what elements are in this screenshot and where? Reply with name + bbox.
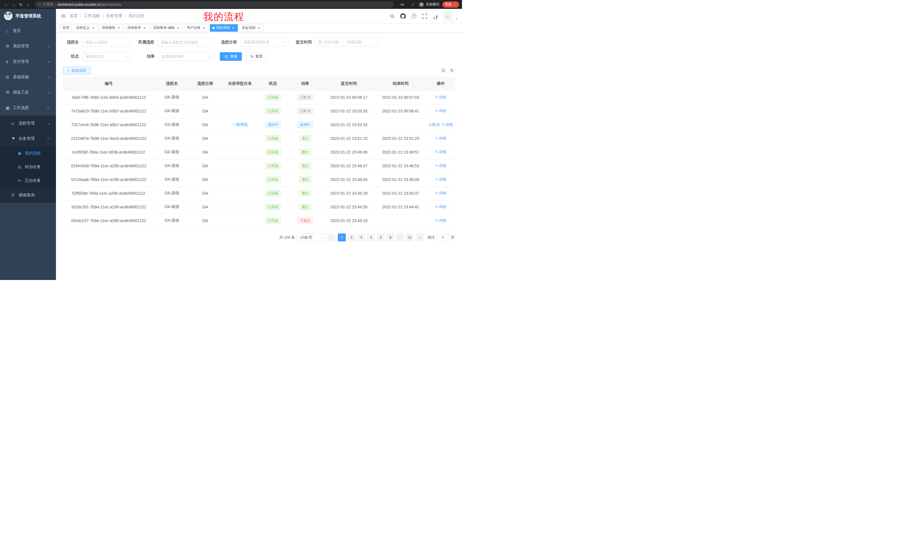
list-icon: ≡ [11,121,18,126]
sidebar-item-system[interactable]: ⚙系统管理 [0,39,56,54]
detail-link[interactable]: ✎详情 [435,191,446,195]
detail-link[interactable]: ✎详情 [435,177,446,181]
page-size-select[interactable]: 10条/页 [297,234,325,241]
tab-process-definition[interactable]: 流程定义× [74,24,98,32]
pagination-page-1[interactable]: 1 [338,234,346,241]
process-def-input-wrap [158,38,214,46]
reload-icon[interactable]: ↻ [18,2,24,7]
breadcrumb-item[interactable]: 任务管理 [106,13,122,18]
close-icon[interactable]: × [231,26,235,30]
refresh-list-icon[interactable]: ↻ [450,68,454,73]
sidebar-item-task-management[interactable]: ⚑任务管理 [0,131,56,147]
toggle-search-icon[interactable] [441,68,446,73]
detail-link[interactable]: ✎详情 [435,219,446,223]
tab-user-group[interactable]: 用户分组× [184,24,208,32]
cell-id: 7470a810-7b9b-11ec-b5b7-acde48001122 [63,104,155,118]
browser-home-icon[interactable]: ⌂ [25,2,32,7]
cell-actions: ✎详情 [426,200,455,214]
pagination-next[interactable]: › [416,234,424,241]
cell-category: OA [189,173,221,186]
kebab-menu-icon[interactable]: ⋮ [453,3,457,7]
star-icon[interactable]: ☆ [410,2,416,7]
detail-link[interactable]: ✎详情 [442,123,453,127]
sidebar-item-leave-query[interactable]: ⚲请假查询 [0,187,56,203]
tab-start-process[interactable]: 发起流程× [239,24,264,32]
category-select[interactable]: 请选择流程分类 [240,38,288,46]
key-icon[interactable] [398,0,407,9]
cell-status: 已完成 [258,173,287,186]
pagination-prev[interactable]: ‹ [327,234,336,241]
sidebar-item-todo-tasks[interactable]: ◎待办任务 [0,160,56,174]
fullscreen-icon[interactable] [421,12,429,20]
github-icon[interactable] [399,12,408,20]
sidebar-item-home[interactable]: ⌂首页 [0,23,56,39]
tab-home[interactable]: 首页 [60,24,72,32]
search-button[interactable]: 搜索 [220,52,242,61]
pagination-page-11[interactable]: 11 [406,234,414,241]
caret-down-icon[interactable]: ▾ [456,17,458,21]
breadcrumb-item[interactable]: 工作流程 [84,13,100,18]
table-row: ec45f38f-7b9a-11ec-b03b-acde48001122OA 请… [63,145,455,159]
tab-process-form[interactable]: 流程表单× [125,24,149,32]
process-name-label: 流程名 [63,40,79,45]
avatar[interactable] [442,11,453,21]
column-header: 状态 [258,77,287,90]
cancel-link[interactable]: ⊘取消 [429,123,440,127]
current-task-link[interactable]: 一级审批 [232,122,248,127]
close-icon[interactable]: × [176,26,180,30]
goto-page-input[interactable] [436,234,449,241]
submit-time-range[interactable]: 开始日期 - 结束日期 [315,38,379,46]
pagination-page-3[interactable]: 3 [357,234,365,241]
result-select[interactable]: 请选择流结果 [158,52,213,61]
sidebar-item-my-process[interactable]: ◉我的流程 [0,147,56,160]
cell-end-time: 2022-01-22 23:46:53 [375,159,426,173]
start-process-button[interactable]: + 发起流程 [63,66,91,75]
update-button[interactable]: 更新 ⋮ [442,1,459,8]
incognito-badge[interactable]: 无痕模式 [419,2,440,7]
incognito-label: 无痕模式 [426,2,440,7]
font-size-icon[interactable]: TT [432,12,440,20]
result-badge: 通过 [299,135,312,142]
detail-link[interactable]: ✎详情 [435,150,446,154]
help-icon[interactable]: ? [410,12,418,20]
sidebar-item-done-tasks[interactable]: ✂已办任务 [0,174,56,187]
pagination-page-2[interactable]: 2 [348,234,356,241]
hamburger-icon[interactable] [60,13,66,18]
table-row: 2152467e-7b9b-11ec-9a1b-acde48001122OA 请… [63,132,455,145]
detail-link[interactable]: ✎详情 [435,109,446,113]
pagination-page-4[interactable]: 4 [367,234,375,241]
sidebar-item-process-management[interactable]: ≡流程管理 [0,115,56,131]
close-icon[interactable]: × [257,26,261,30]
sidebar-item-devtools[interactable]: ⚒研发工具 [0,85,56,100]
pagination-more[interactable]: ··· [396,234,404,241]
breadcrumb-item[interactable]: 首页 [70,13,78,18]
home-icon: ⌂ [6,28,13,33]
sidebar-item-payment[interactable]: ¥支付管理 [0,54,56,69]
close-icon[interactable]: × [202,26,206,30]
detail-link[interactable]: ✎详情 [435,163,446,168]
tab-my-process[interactable]: 我的流程× [210,24,238,32]
detail-link[interactable]: ✎详情 [435,205,446,209]
close-icon[interactable]: × [117,26,121,30]
logo[interactable]: 芋道管理系统 [0,9,56,23]
pagination-page-6[interactable]: 6 [386,234,394,241]
sidebar-item-infrastructure[interactable]: ⊞基础设施 [0,69,56,85]
pagination-page-5[interactable]: 5 [376,234,385,241]
search-icon[interactable] [388,12,397,20]
tab-process-form-edit[interactable]: 流程表单-编辑× [150,24,183,32]
cell-submit-time: 2022-01-22 23:53:32 [323,118,375,132]
close-icon[interactable]: × [91,26,95,30]
status-select[interactable]: 请选择状态 [82,52,131,61]
tab-process-model[interactable]: 流程模型× [99,24,123,32]
close-icon[interactable]: × [142,26,147,30]
forward-icon[interactable]: → [10,2,16,7]
process-def-input[interactable] [161,40,210,45]
detail-link[interactable]: ✎详情 [435,95,446,99]
back-icon[interactable]: ← [3,2,9,7]
process-name-input[interactable] [86,40,128,45]
address-bar[interactable]: ⚠ 不安全 dashboard.yudao.iocoder.cn/bpm/tas… [35,1,394,8]
reset-button[interactable]: ↻ 重置 [246,52,267,61]
table-row: 67c2eaab-7b9a-11ec-a290-acde48001122OA 请… [63,173,455,186]
detail-link[interactable]: ✎详情 [435,136,446,141]
sidebar-item-workflow[interactable]: ▣工作流程 [0,100,56,115]
